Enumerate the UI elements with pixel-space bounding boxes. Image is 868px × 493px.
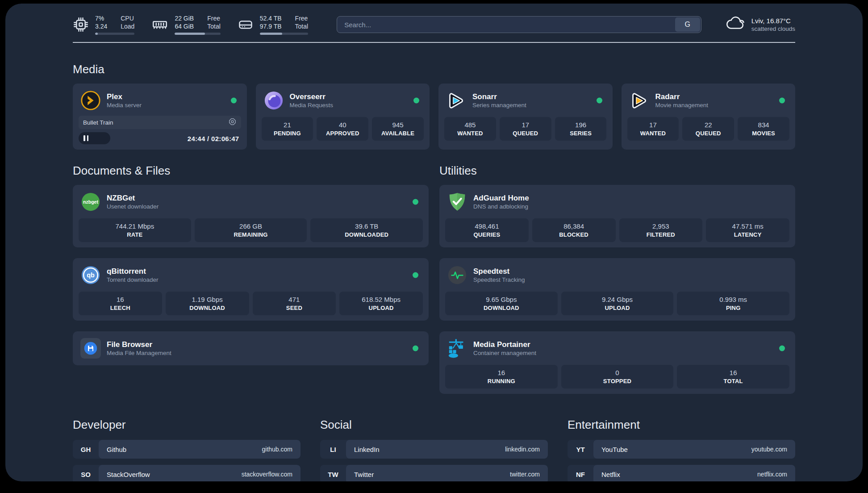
bookmark-abbr: TW xyxy=(320,465,346,481)
stat-label: LEECH xyxy=(80,305,160,311)
speedtest-icon xyxy=(447,265,467,285)
memory-total-value: 64 GiB xyxy=(175,22,194,30)
cpu-icon xyxy=(73,17,89,33)
stat-value: 266 GB xyxy=(196,222,305,230)
weather-location-temp: Lviv, 16.87°C xyxy=(751,17,795,25)
bookmark-group-developer: Developer GH Github github.com SO StackO… xyxy=(73,418,300,481)
app-title: NZBGet xyxy=(107,193,159,203)
bookmark-name: YouTube xyxy=(601,446,628,453)
stat-value: 47.571 ms xyxy=(708,222,788,230)
cpu-progress-bar xyxy=(95,33,134,35)
cpu-progress-fill xyxy=(95,33,98,35)
stat-rate: 744.21 Mbps RATE xyxy=(79,218,191,242)
stat-ping: 0.993 ms PING xyxy=(677,292,789,315)
section-title-documents: Documents & Files xyxy=(73,164,429,178)
stat-label: UPLOAD xyxy=(563,305,672,311)
bookmark-github[interactable]: GH Github github.com xyxy=(73,440,300,459)
bookmark-name: Netflix xyxy=(601,471,620,478)
bookmark-domain: youtube.com xyxy=(751,446,787,453)
cloud-icon xyxy=(725,15,745,34)
plex-now-playing-widget: Bullet Train 24:44 / 02:06:47 xyxy=(79,116,241,144)
stat-label: UPLOAD xyxy=(341,305,421,311)
bookmark-netflix[interactable]: NF Netflix netflix.com xyxy=(568,465,795,481)
stat-label: STOPPED xyxy=(563,378,672,384)
app-card-adguard: AdGuard Home DNS and adblocking 498,461 … xyxy=(439,185,795,247)
nzbget-link[interactable]: nzbget NZBGet Usenet downloader xyxy=(79,190,423,213)
qbittorrent-icon: qb xyxy=(80,265,101,285)
stat-value: 2,953 xyxy=(621,222,701,230)
stat-downloaded: 39.6 TB DOWNLOADED xyxy=(310,218,423,242)
overseerr-link[interactable]: Overseerr Media Requests xyxy=(262,89,424,112)
filebrowser-link[interactable]: File Browser Media File Management xyxy=(79,337,423,360)
qbittorrent-link[interactable]: qb qBittorrent Torrent downloader xyxy=(79,263,423,287)
disk-total-value: 97.9 TB xyxy=(260,22,282,30)
playback-progress-bar[interactable]: 24:44 / 02:06:47 xyxy=(79,132,241,144)
bookmark-stackoverflow[interactable]: SO StackOverflow stackoverflow.com xyxy=(73,465,300,481)
stat-queued: 17 QUEUED xyxy=(500,117,551,141)
stat-label: APPROVED xyxy=(318,130,367,137)
disk-total-label: Total xyxy=(295,22,309,30)
top-bar: 7% 3.24 CPU Load xyxy=(73,14,795,35)
app-title: qBittorrent xyxy=(107,267,159,276)
stat-label: DOWNLOADED xyxy=(312,231,421,238)
stat-download: 9.65 Gbps DOWNLOAD xyxy=(445,292,558,315)
app-subtitle: Container management xyxy=(473,349,536,357)
memory-free-label: Free xyxy=(207,14,221,22)
memory-progress-fill xyxy=(175,33,205,35)
app-subtitle: Media Requests xyxy=(290,101,334,109)
stat-label: REMAINING xyxy=(196,231,305,238)
speedtest-link[interactable]: Speedtest Speedtest Tracking xyxy=(445,263,789,287)
stat-value: 471 xyxy=(255,295,334,304)
app-subtitle: Series management xyxy=(472,101,526,109)
stat-value: 17 xyxy=(629,121,677,129)
memory-icon xyxy=(151,17,168,33)
app-subtitle: Usenet downloader xyxy=(107,203,159,211)
search-provider-button[interactable]: G xyxy=(675,17,700,32)
bookmark-youtube[interactable]: YT YouTube youtube.com xyxy=(568,440,795,459)
sonarr-link[interactable]: Sonarr Series management xyxy=(444,89,607,112)
stat-value: 0 xyxy=(563,368,672,377)
cpu-load-value: 3.24 xyxy=(95,22,107,30)
stat-running: 16 RUNNING xyxy=(445,365,558,389)
bookmarks-grid: Developer GH Github github.com SO StackO… xyxy=(73,418,795,481)
app-subtitle: Media server xyxy=(107,101,142,109)
stat-label: AVAILABLE xyxy=(374,130,422,137)
adguard-link[interactable]: AdGuard Home DNS and adblocking xyxy=(445,190,789,213)
plex-link[interactable]: Plex Media server xyxy=(79,89,241,112)
stat-value: 86,384 xyxy=(534,222,614,230)
search-input[interactable] xyxy=(337,16,701,33)
portainer-icon xyxy=(447,338,467,359)
filebrowser-icon xyxy=(80,338,101,359)
sonarr-icon xyxy=(446,90,467,111)
bookmark-twitter[interactable]: TW Twitter twitter.com xyxy=(320,465,548,481)
section-title-media: Media xyxy=(73,63,795,76)
stat-value: 744.21 Mbps xyxy=(80,222,189,230)
stat-value: 22 xyxy=(684,121,732,129)
radarr-link[interactable]: Radarr Movie management xyxy=(627,89,790,112)
bookmark-linkedin[interactable]: LI LinkedIn linkedin.com xyxy=(320,440,548,459)
app-card-nzbget: nzbget NZBGet Usenet downloader 744.21 M… xyxy=(73,185,429,247)
portainer-link[interactable]: Media Portainer Container management xyxy=(445,337,789,360)
cpu-usage-value: 7% xyxy=(95,14,107,22)
app-subtitle: Torrent downloader xyxy=(107,276,159,284)
svg-text:nzbget: nzbget xyxy=(83,199,98,205)
stat-label: RATE xyxy=(80,231,189,238)
section-title-utilities: Utilities xyxy=(439,164,795,178)
stat-download: 1.19 Gbps DOWNLOAD xyxy=(166,292,249,315)
bookmark-name: StackOverflow xyxy=(107,471,150,478)
stat-queued: 22 QUEUED xyxy=(682,117,734,141)
memory-stat-widget: 22 GiB 64 GiB Free Total xyxy=(151,14,220,35)
stat-upload: 618.52 Mbps UPLOAD xyxy=(339,292,423,315)
disk-free-value: 52.4 TB xyxy=(260,14,282,22)
disk-stat-widget: 52.4 TB 97.9 TB Free Total xyxy=(238,14,308,35)
stat-wanted: 485 WANTED xyxy=(444,117,496,141)
weather-condition: scattered clouds xyxy=(751,25,795,32)
stat-label: WANTED xyxy=(446,130,494,137)
stat-label: SERIES xyxy=(557,130,605,137)
stat-series: 196 SERIES xyxy=(555,117,607,141)
documents-column: Documents & Files nzbget NZBGet Usenet d xyxy=(73,164,429,394)
app-subtitle: Media File Management xyxy=(107,349,171,357)
stat-seed: 471 SEED xyxy=(253,292,336,315)
plex-icon xyxy=(80,90,101,111)
stat-available: 945 AVAILABLE xyxy=(372,117,424,141)
